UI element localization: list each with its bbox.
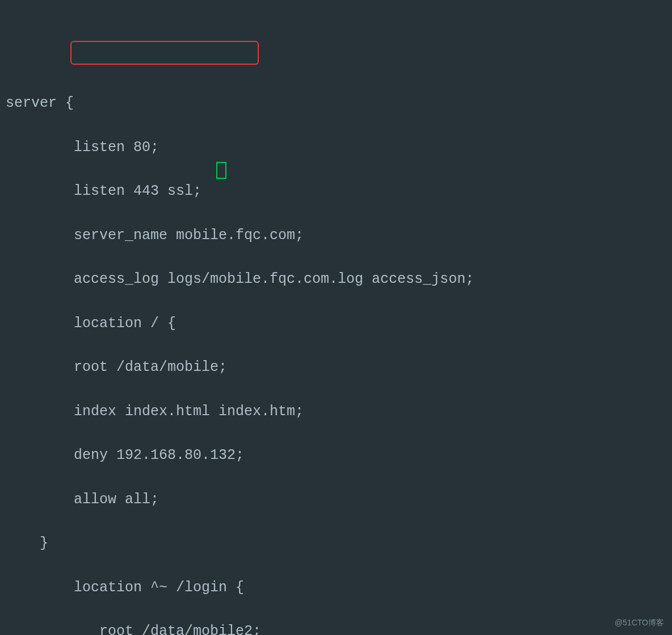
- code-line: server_name mobile.fqc.com;: [6, 225, 672, 247]
- code-line: allow all;: [6, 489, 672, 511]
- code-line: location / {: [6, 313, 672, 335]
- code-line: index index.html index.htm;: [6, 401, 672, 423]
- highlight-box-green: [216, 162, 226, 179]
- code-line-highlighted: listen 443 ssl;: [6, 181, 672, 203]
- code-line: location ^~ /login {: [6, 577, 672, 599]
- code-line: server {: [6, 93, 672, 115]
- highlight-box-red: [70, 41, 259, 65]
- code-line: deny 192.168.80.132;: [6, 445, 672, 467]
- code-line: root /data/mobile;: [6, 357, 672, 379]
- code-line: }: [6, 533, 672, 555]
- code-line: access_log logs/mobile.fqc.com.log acces…: [6, 269, 672, 291]
- watermark-text: @51CTO博客: [615, 617, 664, 629]
- code-line: root /data/mobile2;: [6, 621, 672, 635]
- code-line: listen 80;: [6, 137, 672, 159]
